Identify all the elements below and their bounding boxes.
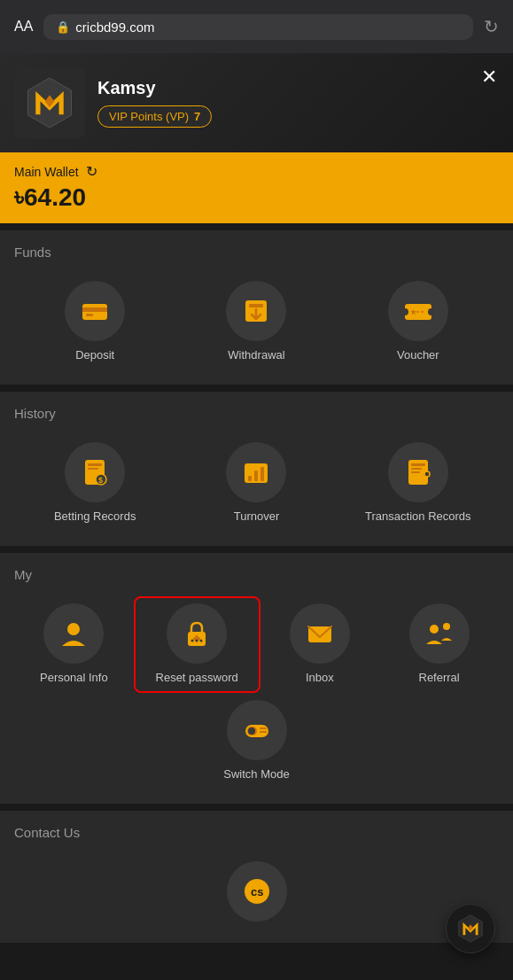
switch-mode-icon-circle xyxy=(227,700,287,760)
svg-text:$: $ xyxy=(98,476,103,485)
inbox-icon-circle xyxy=(290,603,350,664)
withdrawal-icon xyxy=(240,295,272,327)
wallet-refresh-icon[interactable]: ↻ xyxy=(86,163,97,180)
transaction-records-icon xyxy=(402,456,434,488)
contact-section: Contact Us cs xyxy=(0,811,513,943)
turnover-icon xyxy=(240,456,272,488)
reset-password-icon-circle xyxy=(167,603,227,664)
svg-point-38 xyxy=(430,625,439,634)
site-logo xyxy=(14,67,85,138)
voucher-icon: ★ xyxy=(402,295,434,327)
transaction-records-label: Transaction Records xyxy=(365,509,470,525)
my-grid: Personal Info Reset password xyxy=(14,596,499,789)
referral-item[interactable]: Referral xyxy=(379,596,499,693)
referral-icon-circle xyxy=(409,603,470,664)
wallet-bar: Main Wallet ↻ ৳64.20 xyxy=(0,152,513,223)
switch-mode-icon xyxy=(241,714,273,746)
betting-records-icon-circle: $ xyxy=(65,442,125,502)
personal-info-item[interactable]: Personal Info xyxy=(14,596,134,693)
wallet-amount: ৳64.20 xyxy=(14,183,499,213)
reset-password-label: Reset password xyxy=(156,671,238,686)
funds-section: Funds Deposit Wit xyxy=(0,230,513,385)
withdrawal-label: Withdrawal xyxy=(228,348,284,363)
wallet-label-text: Main Wallet xyxy=(14,165,79,179)
vip-label: VIP Points (VP) xyxy=(109,110,189,123)
personal-info-icon xyxy=(58,618,89,649)
fab-button[interactable] xyxy=(446,904,495,953)
svg-point-42 xyxy=(248,727,255,735)
contact-icons: cs xyxy=(14,854,499,929)
deposit-icon-circle xyxy=(65,281,125,341)
svg-rect-26 xyxy=(411,468,422,470)
personal-info-icon-circle xyxy=(43,603,104,664)
lock-icon: 🔒 xyxy=(56,20,70,34)
voucher-item[interactable]: ★ Voucher xyxy=(338,274,499,370)
svg-rect-8 xyxy=(249,304,263,307)
username-label: Kamsy xyxy=(97,78,499,98)
voucher-label: Voucher xyxy=(397,348,439,363)
browser-url-box[interactable]: 🔒 cricbd99.com xyxy=(43,14,473,40)
svg-rect-27 xyxy=(411,471,420,473)
withdrawal-icon-circle xyxy=(226,281,286,341)
svg-point-39 xyxy=(443,623,450,630)
svg-point-35 xyxy=(196,639,198,642)
contact-title: Contact Us xyxy=(14,825,499,840)
funds-title: Funds xyxy=(14,245,499,260)
withdrawal-item[interactable]: Withdrawal xyxy=(175,274,337,370)
fab-logo-icon xyxy=(454,912,487,945)
transaction-records-icon-circle xyxy=(388,442,448,502)
referral-label: Referral xyxy=(419,671,460,686)
vip-badge: VIP Points (VP) 7 xyxy=(97,105,212,128)
personal-info-label: Personal Info xyxy=(40,671,108,686)
browser-bar: AA 🔒 cricbd99.com ↻ xyxy=(0,0,513,53)
transaction-records-item[interactable]: Transaction Records xyxy=(338,435,499,532)
switch-mode-label: Switch Mode xyxy=(223,767,289,782)
deposit-icon xyxy=(79,295,111,327)
browser-url-text: cricbd99.com xyxy=(75,19,154,35)
history-grid: $ Betting Records Turnover xyxy=(14,435,499,532)
close-icon: ✕ xyxy=(481,66,497,89)
svg-text:cs: cs xyxy=(251,885,263,898)
svg-text:★: ★ xyxy=(410,308,417,316)
inbox-label: Inbox xyxy=(306,671,334,686)
deposit-label: Deposit xyxy=(75,348,114,363)
svg-rect-16 xyxy=(88,463,102,466)
svg-rect-5 xyxy=(82,307,107,312)
betting-records-item[interactable]: $ Betting Records xyxy=(14,435,175,532)
svg-rect-17 xyxy=(88,468,98,470)
betting-records-label: Betting Records xyxy=(54,509,136,525)
svg-rect-22 xyxy=(254,471,258,481)
svg-rect-23 xyxy=(260,467,264,481)
user-header: Kamsy VIP Points (VP) 7 ✕ xyxy=(0,53,513,152)
contact-icon-1: cs xyxy=(243,877,271,906)
contact-icon-circle-1: cs xyxy=(227,861,287,922)
my-section: My Personal Info xyxy=(0,553,513,804)
turnover-item[interactable]: Turnover xyxy=(175,435,337,532)
inbox-item[interactable]: Inbox xyxy=(260,596,380,693)
logo-svg xyxy=(19,72,81,134)
close-button[interactable]: ✕ xyxy=(476,64,502,90)
switch-mode-item[interactable]: Switch Mode xyxy=(14,693,499,789)
svg-rect-6 xyxy=(86,314,93,316)
voucher-icon-circle: ★ xyxy=(388,281,448,341)
my-title: My xyxy=(14,567,499,582)
svg-point-34 xyxy=(191,639,194,642)
history-title: History xyxy=(14,406,499,421)
wallet-label: Main Wallet ↻ xyxy=(14,163,499,180)
svg-rect-21 xyxy=(248,476,252,481)
svg-rect-33 xyxy=(196,635,198,639)
betting-records-icon: $ xyxy=(79,456,111,488)
deposit-item[interactable]: Deposit xyxy=(14,274,175,370)
contact-item-1[interactable]: cs xyxy=(14,854,499,929)
inbox-icon xyxy=(304,618,336,649)
browser-refresh-icon[interactable]: ↻ xyxy=(484,16,499,37)
turnover-icon-circle xyxy=(226,442,286,502)
reset-password-item[interactable]: Reset password xyxy=(134,596,260,693)
browser-aa-text: AA xyxy=(14,19,33,35)
history-section: History $ Betting Records xyxy=(0,392,513,546)
svg-rect-25 xyxy=(411,463,425,466)
vip-points-value: 7 xyxy=(194,110,200,123)
reset-password-icon xyxy=(181,618,213,649)
user-info: Kamsy VIP Points (VP) 7 xyxy=(97,78,499,128)
svg-point-36 xyxy=(200,639,203,642)
